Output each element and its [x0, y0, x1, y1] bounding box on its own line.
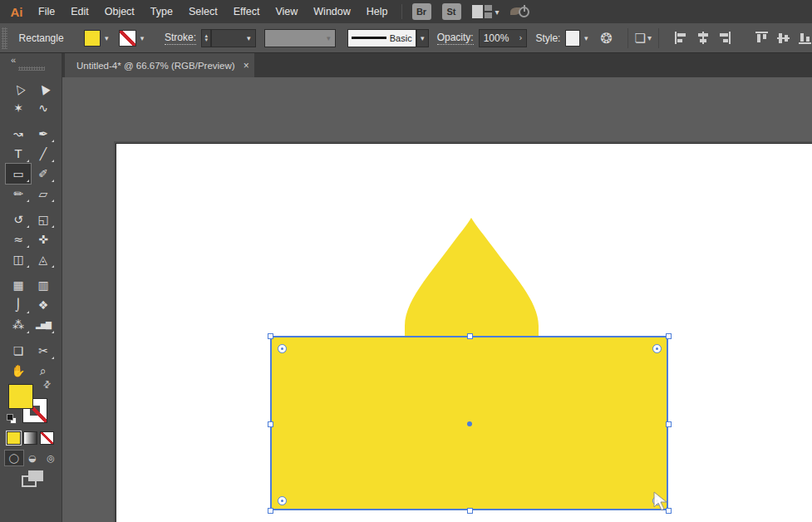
- menu-item-view[interactable]: View: [275, 6, 298, 17]
- opacity-arrow-icon[interactable]: ›: [519, 33, 522, 42]
- selection-tool-icon[interactable]: △: [6, 78, 31, 98]
- selection-handle[interactable]: [467, 333, 473, 339]
- menu-item-help[interactable]: Help: [367, 6, 388, 17]
- draw-behind-mode-button[interactable]: ◒: [23, 451, 42, 465]
- selection-handle[interactable]: [268, 333, 273, 339]
- screen-mode-icon[interactable]: [22, 470, 45, 489]
- vertical-align-bottom-icon[interactable]: [798, 31, 812, 45]
- opacity-label[interactable]: Opacity:: [437, 32, 474, 45]
- selection-handle[interactable]: [268, 508, 273, 514]
- column-graph-tool-icon[interactable]: ▂▅▇: [31, 315, 56, 335]
- symbol-sprayer-tool-icon[interactable]: ⁂: [6, 315, 31, 335]
- curvature-tool-icon[interactable]: ↝: [6, 124, 31, 144]
- direct-selection-tool-icon[interactable]: ▲: [31, 78, 56, 98]
- draw-normal-mode-button[interactable]: ◯: [5, 451, 23, 465]
- width-tool-icon[interactable]: ≈: [6, 229, 31, 249]
- control-bar-grip[interactable]: [2, 27, 7, 49]
- line-segment-tool-icon[interactable]: ╱: [31, 144, 56, 164]
- eyedropper-tool-icon[interactable]: ⌡: [6, 295, 31, 315]
- stroke-color-chevron-icon[interactable]: ▾: [136, 30, 148, 47]
- brush-name: Basic: [390, 33, 412, 43]
- shaper-tool-icon[interactable]: ✏: [6, 184, 31, 204]
- menu-item-edit[interactable]: Edit: [71, 6, 89, 17]
- stroke-weight-dropdown[interactable]: ▾: [211, 29, 255, 47]
- recolor-artwork-icon[interactable]: ❂: [600, 30, 612, 47]
- workspace-chevron-icon[interactable]: ▾: [495, 7, 500, 17]
- style-swatch[interactable]: [565, 30, 580, 47]
- menu-item-effect[interactable]: Effect: [234, 6, 260, 17]
- vertical-align-top-icon[interactable]: [755, 31, 769, 45]
- ai-logo: Ai: [0, 5, 33, 19]
- live-corner-widget[interactable]: [652, 344, 662, 353]
- document-tab-bar: Untitled-4* @ 66.67% (RGB/Preview) ×: [62, 53, 812, 77]
- rectangle-tool-icon[interactable]: ▭: [6, 164, 31, 184]
- illustrator-window: Ai FileEditObjectTypeSelectEffectViewWin…: [0, 0, 812, 522]
- live-corner-widget[interactable]: [278, 344, 287, 353]
- collapse-panel-icon[interactable]: «: [11, 55, 16, 65]
- none-button[interactable]: [40, 431, 54, 445]
- hand-tool-icon[interactable]: ✋: [6, 361, 31, 381]
- gradient-button[interactable]: [23, 431, 37, 445]
- brush-definition-dropdown[interactable]: Basic: [347, 29, 416, 47]
- fill-indicator[interactable]: [8, 384, 33, 409]
- menu-item-type[interactable]: Type: [150, 6, 173, 17]
- document-tab[interactable]: Untitled-4* @ 66.67% (RGB/Preview) ×: [65, 53, 254, 77]
- tools-panel: « △▲✶∿↝✒T╱▭✐✏▱↺◱≈✜◫◬▦▥⌡❖⁂▂▅▇❏✂✋⌕ ⇄ ◯◒◎: [0, 53, 62, 522]
- menu-item-select[interactable]: Select: [189, 6, 218, 17]
- blend-tool-icon[interactable]: ❖: [31, 295, 56, 315]
- menu-item-file[interactable]: File: [38, 6, 55, 17]
- opacity-input[interactable]: 100% ›: [479, 29, 528, 47]
- selection-handle[interactable]: [666, 421, 672, 427]
- color-button[interactable]: [7, 431, 21, 445]
- draw-inside-mode-button[interactable]: ◎: [42, 451, 60, 465]
- stroke-weight-stepper[interactable]: ▴▾: [201, 29, 211, 47]
- stock-button[interactable]: St: [442, 3, 461, 20]
- artboard-tool-icon[interactable]: ❏: [6, 341, 31, 361]
- live-corner-widget[interactable]: [278, 496, 287, 505]
- stroke-label[interactable]: Stroke:: [165, 32, 196, 45]
- perspective-grid-tool-icon[interactable]: ◬: [31, 249, 56, 269]
- workspace-switcher-icon[interactable]: [472, 5, 492, 18]
- variable-width-profile-dropdown[interactable]: ▾: [264, 29, 336, 47]
- vertical-align-center-icon[interactable]: [776, 31, 790, 45]
- shape-builder-tool-icon[interactable]: ◫: [6, 249, 31, 269]
- selection-handle[interactable]: [666, 333, 672, 339]
- transform-options-icon[interactable]: ❏ ▾: [635, 31, 652, 46]
- fill-color-swatch[interactable]: [84, 30, 101, 47]
- style-chevron-icon[interactable]: ▾: [580, 30, 592, 47]
- horizontal-align-center-icon[interactable]: [696, 31, 710, 45]
- mouse-cursor-icon: [652, 491, 669, 513]
- default-fill-stroke-icon[interactable]: [7, 414, 17, 424]
- tab-close-icon[interactable]: ×: [244, 60, 249, 71]
- menu-item-window[interactable]: Window: [313, 6, 350, 17]
- menu-bar-items: FileEditObjectTypeSelectEffectViewWindow…: [38, 6, 388, 17]
- selection-handle[interactable]: [467, 508, 473, 514]
- horizontal-align-left-icon[interactable]: [674, 31, 688, 45]
- magic-wand-tool-icon[interactable]: ✶: [6, 98, 31, 118]
- bridge-button[interactable]: Br: [412, 3, 431, 20]
- mesh-tool-icon[interactable]: ▦: [6, 275, 31, 295]
- width-profile-chevron-icon: ▾: [322, 30, 335, 47]
- eraser-tool-icon[interactable]: ▱: [31, 184, 56, 204]
- gradient-tool-icon[interactable]: ▥: [31, 275, 56, 295]
- pen-tool-icon[interactable]: ✒: [31, 124, 56, 144]
- share-power-icon[interactable]: [518, 5, 531, 18]
- paintbrush-tool-icon[interactable]: ✐: [31, 164, 56, 184]
- lasso-tool-icon[interactable]: ∿: [31, 98, 56, 118]
- teardrop-shape[interactable]: [382, 208, 557, 341]
- rotate-tool-icon[interactable]: ↺: [6, 209, 31, 229]
- slice-tool-icon[interactable]: ✂: [31, 341, 56, 361]
- horizontal-align-right-icon[interactable]: [717, 31, 731, 45]
- zoom-tool-icon[interactable]: ⌕: [31, 361, 56, 381]
- menu-item-object[interactable]: Object: [105, 6, 135, 17]
- stroke-color-swatch[interactable]: [119, 30, 136, 47]
- panel-grip[interactable]: [18, 66, 45, 71]
- brush-chevron-button[interactable]: ▾: [416, 29, 429, 47]
- fill-color-chevron-icon[interactable]: ▾: [101, 30, 112, 47]
- type-tool-icon[interactable]: T: [6, 144, 31, 164]
- scale-tool-icon[interactable]: ◱: [31, 209, 56, 229]
- puppet-warp-tool-icon[interactable]: ✜: [31, 229, 56, 249]
- canvas-area[interactable]: [62, 77, 812, 522]
- selection-handle[interactable]: [268, 421, 273, 427]
- selection-center-point[interactable]: [467, 421, 472, 426]
